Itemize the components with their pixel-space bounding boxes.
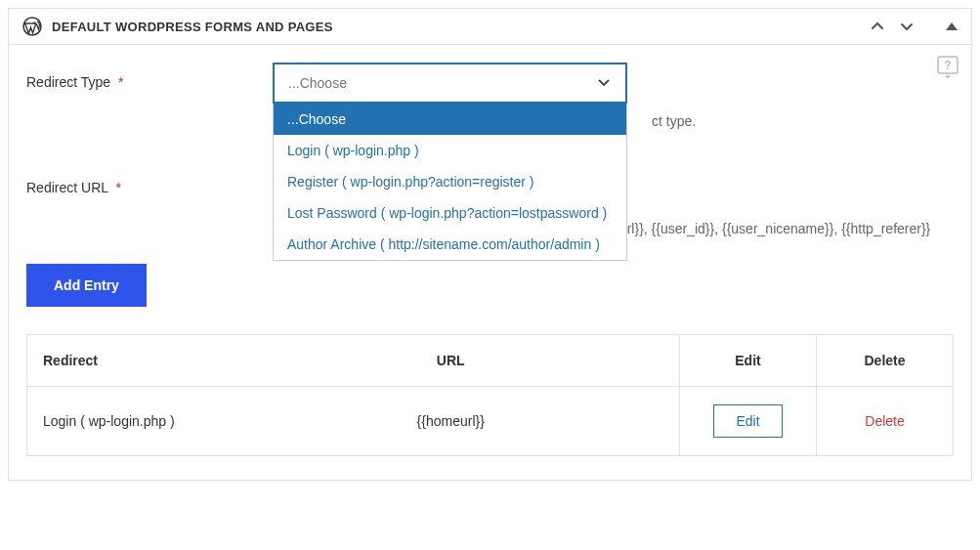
redirect-type-label-text: Redirect Type [26, 74, 110, 90]
redirect-url-label: Redirect URL * [26, 168, 273, 195]
dropdown-option-register[interactable]: Register ( wp-login.php?action=register … [274, 166, 626, 197]
dropdown-option-login[interactable]: Login ( wp-login.php ) [274, 135, 626, 166]
col-header-redirect: Redirect [27, 335, 223, 387]
move-down-icon[interactable] [899, 19, 915, 34]
table-header-row: Redirect URL Edit Delete [27, 335, 954, 387]
redirect-type-help-partial: ct type. [652, 113, 696, 129]
redirect-type-dropdown: ...Choose Login ( wp-login.php ) Registe… [273, 104, 627, 261]
col-header-url: URL [223, 335, 680, 387]
dropdown-option-choose[interactable]: ...Choose [274, 104, 626, 135]
delete-link[interactable]: Delete [865, 413, 904, 429]
panel-title: DEFAULT WORDPRESS FORMS AND PAGES [52, 20, 870, 34]
panel-header-controls [870, 19, 958, 34]
settings-panel: DEFAULT WORDPRESS FORMS AND PAGES ? Redi… [8, 8, 972, 481]
wordpress-logo-icon [22, 17, 42, 36]
chevron-down-icon [596, 74, 612, 93]
redirect-url-label-text: Redirect URL [26, 180, 108, 195]
panel-body: ? Redirect Type * ...Choose .. [9, 45, 971, 480]
help-text-fragment: ct type. [652, 113, 696, 129]
dropdown-option-lostpassword[interactable]: Lost Password ( wp-login.php?action=lost… [274, 197, 626, 229]
panel-header: DEFAULT WORDPRESS FORMS AND PAGES [9, 9, 971, 45]
dropdown-option-author[interactable]: Author Archive ( http://sitename.com/aut… [274, 229, 626, 260]
entries-table: Redirect URL Edit Delete Login ( wp-logi… [26, 334, 954, 456]
table-row: Login ( wp-login.php ) {{homeurl}} Edit … [27, 387, 954, 456]
cell-url: {{homeurl}} [223, 387, 680, 456]
redirect-type-label: Redirect Type * [26, 63, 273, 90]
move-up-icon[interactable] [870, 19, 885, 34]
edit-button[interactable]: Edit [713, 404, 782, 438]
select-placeholder-text: ...Choose [288, 75, 596, 91]
col-header-delete: Delete [817, 335, 954, 387]
required-marker: * [118, 74, 123, 90]
col-header-edit: Edit [680, 335, 817, 387]
add-entry-button[interactable]: Add Entry [26, 264, 147, 307]
collapse-icon[interactable] [946, 22, 958, 30]
required-marker: * [115, 180, 120, 195]
cell-redirect: Login ( wp-login.php ) [27, 387, 223, 456]
redirect-type-row: Redirect Type * ...Choose ...Choose Logi… [26, 63, 954, 104]
redirect-type-select[interactable]: ...Choose [273, 63, 627, 104]
